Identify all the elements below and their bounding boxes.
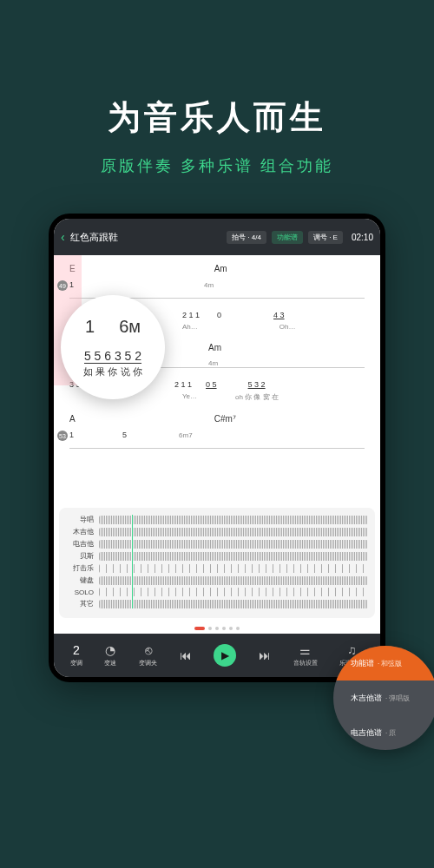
- dot[interactable]: [229, 627, 233, 630]
- song-title: 红色高跟鞋: [70, 231, 221, 244]
- notation: 0: [217, 311, 221, 319]
- time-display: 02:10: [352, 233, 373, 242]
- popup-main: 木吉他谱: [351, 693, 382, 704]
- badge-meter[interactable]: 拍号 · 4/4: [227, 231, 266, 244]
- transpose-value: 2: [73, 643, 80, 657]
- popup-sub: · 和弦版: [378, 659, 402, 668]
- player-bar: 2 变调 ◔ 变速 ⎋ 变调夹 ⏮ ▶ ⏭ ⚌ 音轨设置 ♫ 乐谱选择: [54, 634, 380, 677]
- waveform[interactable]: [99, 600, 368, 608]
- waveform[interactable]: [99, 564, 368, 573]
- track-label[interactable]: 导唱: [66, 515, 94, 524]
- lyric: Ah…: [182, 323, 198, 331]
- track-label[interactable]: 其它: [66, 599, 94, 608]
- notation: 0 5: [206, 380, 217, 389]
- lyric: Oh…: [279, 323, 296, 331]
- notation: 1: [69, 280, 74, 289]
- track-label[interactable]: 电吉他: [66, 539, 94, 549]
- app-screen: ‹ 红色高跟鞋 拍号 · 4/4 功能谱 调号 · E 02:10 E Am 4…: [54, 219, 380, 677]
- chord-marking: 4m: [208, 359, 365, 367]
- magnifier-lens: 1 6м 5 5 6 3 5 2 如 果 你 说 你: [61, 295, 165, 399]
- back-icon[interactable]: ‹: [61, 230, 65, 244]
- transpose-button[interactable]: 2 变调: [70, 643, 82, 667]
- gauge-icon: ◔: [105, 643, 115, 657]
- measure-number: 53: [57, 431, 68, 441]
- lyric: oh 你 像 窝 在: [235, 392, 279, 402]
- track-label[interactable]: 键盘: [66, 575, 94, 585]
- badge-key[interactable]: 调号 · E: [308, 231, 343, 244]
- popup-option-acoustic[interactable]: 木吉他谱 · 弹唱版: [333, 681, 434, 715]
- prev-icon[interactable]: ⏮: [180, 648, 192, 662]
- notation: 2 1 1: [182, 311, 200, 319]
- waveform[interactable]: [99, 588, 368, 596]
- waveform[interactable]: [99, 552, 368, 561]
- capo-icon: ⎋: [145, 643, 152, 657]
- notation: 5: [122, 431, 127, 439]
- track-label[interactable]: SOLO: [66, 589, 94, 596]
- tempo-label: 变速: [104, 659, 116, 667]
- chord-marking: 4m: [204, 281, 214, 289]
- app-header: ‹ 红色高跟鞋 拍号 · 4/4 功能谱 调号 · E 02:10: [54, 219, 380, 255]
- track-label[interactable]: 打击乐: [66, 563, 94, 573]
- dot[interactable]: [215, 627, 219, 630]
- waveform[interactable]: [99, 540, 368, 549]
- play-icon: ▶: [221, 649, 229, 661]
- notation: 1: [69, 431, 74, 439]
- chord-label: A: [69, 414, 76, 424]
- capo-button[interactable]: ⎋ 变调夹: [139, 643, 157, 667]
- track-label[interactable]: 贝斯: [66, 551, 94, 561]
- mag-notation: 1: [85, 317, 95, 337]
- waveform[interactable]: [99, 528, 368, 536]
- dot-active[interactable]: [194, 627, 205, 630]
- tracks-button[interactable]: ⚌ 音轨设置: [293, 643, 318, 667]
- dot[interactable]: [222, 627, 226, 630]
- page-dots[interactable]: [54, 623, 380, 634]
- chord-marking: 6m7: [179, 431, 193, 439]
- hero-title: 为音乐人而生: [0, 0, 434, 140]
- waveform[interactable]: [99, 576, 368, 585]
- chord-label: Am: [208, 343, 221, 352]
- popup-main: 功能谱: [351, 658, 374, 669]
- chord-label: Am: [214, 264, 227, 273]
- staff-line: [69, 448, 365, 449]
- sliders-icon: ⚌: [299, 643, 311, 657]
- tracks-label: 音轨设置: [293, 659, 318, 667]
- badge-functional[interactable]: 功能谱: [272, 231, 303, 244]
- popup-main: 电吉他谱: [351, 727, 382, 739]
- lyric: Ye…: [182, 392, 197, 402]
- sheet-music-area[interactable]: E Am 49 1 4m 2 1 1 0 4 3 Ah… Oh… Am 4m: [54, 255, 380, 503]
- mag-lyric: 如 果 你 说 你: [83, 365, 141, 378]
- dot[interactable]: [208, 627, 212, 630]
- measure-number: 49: [57, 280, 68, 291]
- dot[interactable]: [236, 627, 240, 630]
- track-label[interactable]: 木吉他: [66, 527, 94, 536]
- tempo-button[interactable]: ◔ 变速: [104, 643, 116, 667]
- notation: 5 3 2: [248, 380, 266, 389]
- notation: 2 1 1: [174, 380, 192, 389]
- sheet-type-popup: 功能谱 · 和弦版 木吉他谱 · 弹唱版 电吉他谱 · 原: [333, 646, 434, 750]
- transpose-label: 变调: [70, 659, 82, 667]
- waveform[interactable]: [99, 516, 368, 524]
- popup-sub: · 原: [385, 728, 396, 738]
- capo-label: 变调夹: [139, 659, 157, 667]
- mag-notation: 5 5 6 3 5 2: [84, 349, 141, 364]
- chord-label: C#m⁷: [214, 414, 236, 424]
- popup-sub: · 弹唱版: [385, 694, 410, 703]
- notation: 4 3: [273, 311, 285, 319]
- hero-subtitle: 原版伴奏 多种乐谱 组合功能: [0, 155, 434, 176]
- mag-notation: 6м: [119, 317, 141, 337]
- next-icon[interactable]: ⏭: [259, 648, 271, 662]
- tracks-panel: 导唱 木吉他 电吉他 贝斯 打击乐 键盘 SOLO 其它: [59, 508, 375, 618]
- playhead-line[interactable]: [132, 515, 133, 608]
- tablet-frame: ‹ 红色高跟鞋 拍号 · 4/4 功能谱 调号 · E 02:10 E Am 4…: [49, 214, 385, 682]
- play-button[interactable]: ▶: [214, 644, 236, 667]
- popup-option-electric[interactable]: 电吉他谱 · 原: [333, 715, 434, 750]
